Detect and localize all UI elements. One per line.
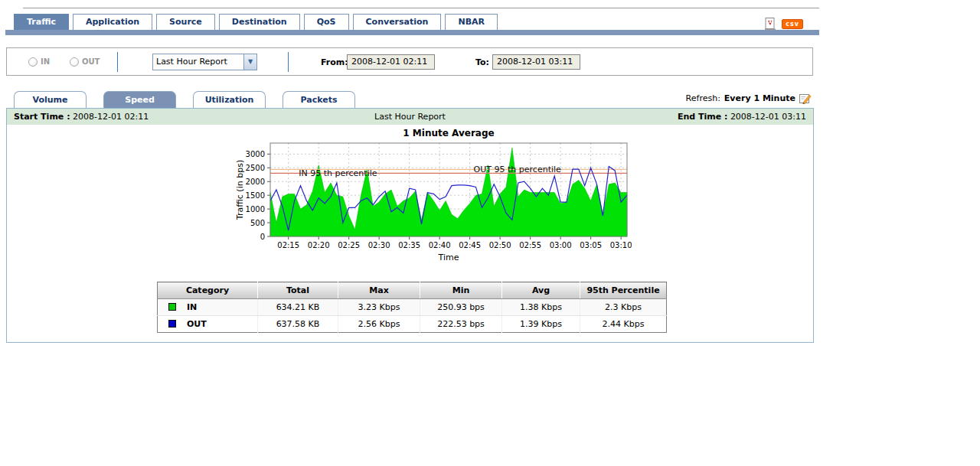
traffic-stats-table: CategoryTotalMaxMinAvg95th Percentile IN… (157, 282, 667, 333)
max-cell: 2.56 Kbps (338, 316, 420, 333)
traffic-chart: 05001000150020002500300002:1502:2002:250… (234, 139, 632, 267)
refresh-control: Refresh: Every 1 Minute (635, 93, 812, 104)
radio-in[interactable]: IN (28, 57, 50, 67)
svg-text:02:20: 02:20 (308, 241, 330, 249)
filter-divider-2 (288, 52, 289, 72)
column-header-min: Min (420, 282, 502, 299)
main-tabs-underline (5, 30, 819, 35)
radio-out[interactable]: OUT (70, 57, 100, 67)
p95-cell: 2.3 Kbps (580, 299, 667, 316)
svg-text:02:55: 02:55 (519, 241, 541, 249)
max-cell: 3.23 Kbps (338, 299, 420, 316)
svg-text:02:40: 02:40 (429, 241, 451, 249)
export-actions: csv (765, 18, 803, 31)
tab-traffic[interactable]: Traffic (14, 14, 69, 30)
top-divider (23, 8, 819, 8)
report-tab-utilization[interactable]: Utilization (193, 91, 266, 109)
svg-text:02:15: 02:15 (277, 241, 299, 249)
svg-text:1500: 1500 (246, 191, 265, 200)
start-time-label: Start Time : (14, 112, 70, 122)
tab-qos[interactable]: QoS (304, 14, 349, 30)
in-series-swatch (168, 303, 176, 311)
select-dropdown-arrow-icon[interactable]: ▼ (243, 54, 256, 70)
chart-svg: 05001000150020002500300002:1502:2002:250… (234, 139, 632, 265)
traffic-chart-block: 1 Minute Average 05001000150020002500300… (234, 128, 632, 267)
svg-text:03:00: 03:00 (550, 241, 572, 249)
start-time-value: 2008-12-01 02:11 (73, 112, 149, 122)
end-time-label: End Time : (678, 112, 727, 122)
svg-text:02:30: 02:30 (368, 241, 390, 249)
radio-out-label: OUT (82, 57, 100, 66)
column-header-max: Max (338, 282, 420, 299)
svg-text:2000: 2000 (246, 178, 265, 186)
filter-bar: IN OUT Last Hour Report ▼ From: To: (6, 47, 813, 76)
total-cell: 634.21 KB (258, 299, 338, 316)
report-tab-speed[interactable]: Speed (103, 91, 176, 109)
tab-nbar[interactable]: NBAR (445, 14, 498, 30)
category-cell: IN (158, 299, 258, 316)
svg-text:02:35: 02:35 (398, 241, 420, 249)
total-cell: 637.58 KB (258, 316, 338, 333)
to-date-input[interactable] (492, 54, 580, 70)
avg-cell: 1.38 Kbps (502, 299, 580, 316)
min-cell: 222.53 bps (420, 316, 502, 333)
filter-divider (117, 52, 118, 72)
svg-text:IN 95 th percentile: IN 95 th percentile (299, 168, 377, 178)
column-header-category: Category (158, 282, 258, 299)
report-type-select[interactable]: Last Hour Report ▼ (152, 54, 257, 70)
svg-text:Traffic (in bps): Traffic (in bps) (235, 160, 245, 220)
column-header-95th-percentile: 95th Percentile (580, 282, 667, 299)
summary-bar: Start Time : 2008-12-01 02:11 Last Hour … (7, 109, 813, 125)
p95-cell: 2.44 Kbps (580, 316, 667, 333)
column-header-avg: Avg (502, 282, 580, 299)
tab-source[interactable]: Source (156, 14, 215, 30)
category-cell: OUT (158, 316, 258, 333)
radio-in-label: IN (41, 57, 50, 66)
svg-text:02:45: 02:45 (459, 241, 481, 249)
svg-text:0: 0 (260, 233, 265, 241)
refresh-label: Refresh: (686, 93, 720, 103)
tab-application[interactable]: Application (73, 14, 152, 30)
pdf-export-icon[interactable] (765, 18, 776, 31)
from-date-input[interactable] (347, 54, 435, 70)
tab-conversation[interactable]: Conversation (353, 14, 442, 30)
report-tab-volume[interactable]: Volume (14, 91, 87, 109)
report-tab-packets[interactable]: Packets (283, 91, 355, 109)
svg-text:2500: 2500 (246, 164, 265, 172)
svg-text:1000: 1000 (246, 205, 265, 213)
report-tabs: VolumeSpeedUtilizationPackets (14, 91, 355, 109)
main-tabs: TrafficApplicationSourceDestinationQoSCo… (14, 14, 498, 30)
svg-text:OUT 95 th percentile: OUT 95 th percentile (474, 165, 561, 174)
svg-text:500: 500 (250, 219, 265, 227)
svg-text:02:50: 02:50 (489, 241, 511, 249)
svg-text:03:10: 03:10 (610, 241, 632, 249)
min-cell: 250.93 bps (420, 299, 502, 316)
out-series-swatch (168, 320, 176, 328)
to-label: To: (475, 57, 489, 67)
svg-text:02:25: 02:25 (338, 241, 360, 249)
column-header-total: Total (258, 282, 338, 299)
csv-export-button[interactable]: csv (782, 19, 803, 29)
stats-row-out: OUT637.58 KB2.56 Kbps222.53 bps1.39 Kbps… (158, 316, 667, 333)
stats-row-in: IN634.21 KB3.23 Kbps250.93 bps1.38 Kbps2… (158, 299, 667, 316)
end-time-value: 2008-12-01 03:11 (730, 112, 806, 122)
report-type-value: Last Hour Report (153, 57, 243, 67)
stats-table-header: CategoryTotalMaxMinAvg95th Percentile (158, 282, 667, 299)
edit-refresh-icon[interactable] (799, 93, 812, 104)
svg-text:Time: Time (438, 253, 459, 262)
radio-out-circle[interactable] (70, 57, 79, 67)
svg-text:3000: 3000 (246, 150, 265, 158)
report-panel: Start Time : 2008-12-01 02:11 Last Hour … (6, 108, 814, 343)
radio-in-circle[interactable] (28, 57, 38, 67)
from-label: From: (321, 57, 348, 67)
svg-text:03:05: 03:05 (580, 241, 602, 249)
avg-cell: 1.39 Kbps (502, 316, 580, 333)
tab-destination[interactable]: Destination (219, 14, 300, 30)
summary-center-title: Last Hour Report (374, 112, 446, 122)
chart-title: 1 Minute Average (270, 128, 627, 138)
refresh-value: Every 1 Minute (724, 93, 795, 103)
